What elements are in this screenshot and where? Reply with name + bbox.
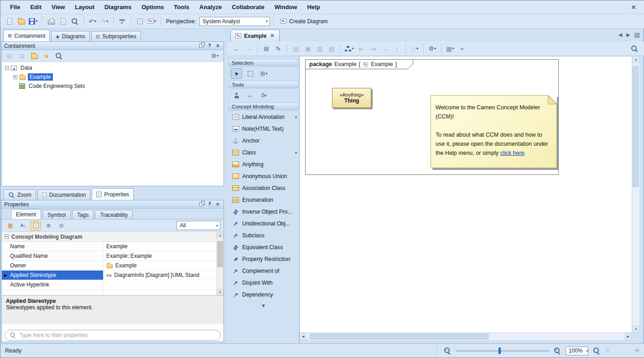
scroll-down-icon[interactable]: ▼ xyxy=(632,326,640,332)
menu-edit[interactable]: Edit xyxy=(25,2,47,12)
tab-traceability[interactable]: Traceability xyxy=(95,210,133,219)
palette-item-property-restriction[interactable]: ↠ Property Restriction xyxy=(228,253,299,265)
zoom-slider-thumb[interactable] xyxy=(499,348,501,354)
scroll-right-icon[interactable]: ▶ xyxy=(625,333,632,340)
validation-button[interactable] xyxy=(135,16,145,27)
palette-item-subclass[interactable]: ↗ Subclass xyxy=(228,230,299,241)
scroll-left-icon[interactable]: ◀ xyxy=(300,333,306,340)
grid-button[interactable]: ▦▾ xyxy=(445,43,456,54)
tab-element[interactable]: Element xyxy=(11,209,41,219)
scrollbar-thumb[interactable] xyxy=(310,333,488,339)
tab-diagrams[interactable]: ◈ Diagrams xyxy=(51,31,90,41)
sticky-tool-button[interactable] xyxy=(231,90,242,101)
property-value[interactable]: Example xyxy=(115,262,137,269)
palette-item-inverse-object-property[interactable]: ⇄ Inverse Object Pro... xyxy=(228,206,299,218)
tree-settings-button[interactable]: ⚙▾ xyxy=(209,51,220,61)
new-project-button[interactable] xyxy=(4,16,15,27)
print-button[interactable] xyxy=(46,16,57,27)
menu-tools[interactable]: Tools xyxy=(169,2,194,12)
menu-help[interactable]: Help xyxy=(302,2,325,12)
favorites-button[interactable]: ★ xyxy=(42,51,51,61)
chevron-down-icon[interactable]: ▾ xyxy=(452,46,454,51)
collapse-all-button[interactable]: ⊟ xyxy=(5,51,14,61)
align-left-button[interactable]: ⇤ xyxy=(356,43,367,54)
tab-documentation[interactable]: Documentation xyxy=(37,189,91,200)
menu-layout[interactable]: Layout xyxy=(70,2,99,12)
toolbar-overflow-button[interactable]: » xyxy=(457,43,467,54)
save-button[interactable]: ▾ xyxy=(28,16,39,27)
open-in-new-tree-button[interactable] xyxy=(30,51,39,61)
expand-expander-icon[interactable]: + xyxy=(13,75,17,79)
tab-zoom[interactable]: Zoom xyxy=(3,189,36,200)
chevron-down-icon[interactable]: ▾ xyxy=(295,115,297,119)
distribute-horizontal-button[interactable]: ↔ xyxy=(379,43,390,54)
nav-back-button[interactable]: ← xyxy=(231,43,242,54)
table-row[interactable]: Active Hyperlink xyxy=(2,280,223,290)
pin-panel-button[interactable] xyxy=(206,43,213,49)
zoom-restore-icon[interactable]: ✳ xyxy=(605,347,611,355)
palette-item-association-class[interactable]: Association Class xyxy=(228,182,299,194)
select-tool-button[interactable]: ➤ xyxy=(231,68,242,79)
tree-item-data[interactable]: − Data xyxy=(2,63,223,72)
chevron-down-icon[interactable]: ▾ xyxy=(36,19,37,23)
tab-list-icon[interactable]: ▤ xyxy=(634,31,640,38)
zoom-level-select[interactable]: 100% ▾ xyxy=(566,347,588,355)
welcome-note[interactable]: Welcome to the Cameo Concept Modeler (CC… xyxy=(431,95,557,168)
expand-properties-button[interactable]: ⊞ xyxy=(43,221,54,230)
tab-diagram-example[interactable]: Example ✕ xyxy=(230,30,280,41)
grid-select-button[interactable]: ⊞▾ xyxy=(258,68,270,79)
diagram-options-button[interactable]: ⚙▾ xyxy=(427,43,438,54)
palette-item-note-html[interactable]: Note(HTML Text) xyxy=(228,123,299,135)
palette-item-anchor[interactable]: ⚓ Anchor xyxy=(228,135,299,147)
property-value[interactable]: DiagramInfo [Diagram] [UML Stand xyxy=(114,272,199,278)
menu-analyze[interactable]: Analyze xyxy=(194,2,227,12)
close-tab-icon[interactable]: ✕ xyxy=(270,33,274,39)
chevron-down-icon[interactable]: ▾ xyxy=(352,46,353,51)
scroll-up-icon[interactable]: ▲ xyxy=(632,56,640,63)
collapse-expander-icon[interactable]: − xyxy=(5,235,9,239)
table-row-selected[interactable]: ▶Applied Stereotype «»DiagramInfo [Diagr… xyxy=(2,271,223,280)
pin-panel-button[interactable] xyxy=(206,201,213,208)
open-project-button[interactable] xyxy=(16,16,27,27)
collapse-selected-button[interactable]: ⊟ xyxy=(17,51,26,61)
nav-forward-button[interactable]: → xyxy=(243,43,254,54)
tree-item-example[interactable]: + Example xyxy=(2,72,223,82)
property-value[interactable]: Example xyxy=(106,243,128,250)
scrollbar-thumb[interactable] xyxy=(217,241,223,267)
palette-item-equivalent-class[interactable]: ⇄ Equivalent Class xyxy=(228,241,299,253)
close-panel-button[interactable]: ✕ xyxy=(214,201,221,208)
scroll-tabs-right-icon[interactable]: ▶ xyxy=(626,32,630,38)
align-right-button[interactable]: ⇥ xyxy=(368,43,379,54)
collapse-expander-icon[interactable]: − xyxy=(5,66,9,70)
chevron-down-icon[interactable]: ▾ xyxy=(265,72,267,76)
delete-button[interactable]: ▨ xyxy=(326,43,337,54)
copy-button[interactable]: ▤ xyxy=(291,43,301,54)
palette-item-complement-of[interactable]: ↗ Complement of xyxy=(228,265,299,277)
diagram-properties-button[interactable]: ✎ xyxy=(273,43,284,54)
canvas-horizontal-scrollbar[interactable]: ◀ ▶ xyxy=(300,332,632,340)
categorized-view-button[interactable]: ▦ xyxy=(5,221,16,230)
sort-tool-button[interactable]: Z▾ xyxy=(258,90,270,101)
palette-item-disjoint-with[interactable]: ↗ Disjoint With xyxy=(228,277,299,289)
find-button[interactable] xyxy=(69,16,80,27)
palette-item-dependency[interactable]: ⇢ Dependency xyxy=(228,289,299,301)
table-scrollbar[interactable]: ▲ ▼ xyxy=(216,232,223,295)
chevron-down-icon[interactable]: ▾ xyxy=(106,19,108,23)
package-frame[interactable]: package Example [ Example ] «Anything» T… xyxy=(305,59,559,175)
close-panel-button[interactable]: ✕ xyxy=(214,43,221,49)
property-value[interactable]: Example::Example xyxy=(106,253,152,259)
print-preview-button[interactable] xyxy=(57,16,68,27)
menu-file[interactable]: File xyxy=(5,2,25,12)
palette-item-anything[interactable]: Anything xyxy=(228,159,299,170)
palette-item-literal-annotation[interactable]: Literal Annotation ▾ xyxy=(228,111,299,123)
scroll-up-icon[interactable]: ▲ xyxy=(217,232,223,238)
collapse-properties-button[interactable]: ⊟ xyxy=(56,221,67,230)
search-in-diagram-button[interactable] xyxy=(629,43,640,54)
zoom-out-icon[interactable]: − xyxy=(444,347,451,354)
show-in-containment-button[interactable]: ⊞ xyxy=(261,43,272,54)
property-filter-select[interactable]: All ▾ xyxy=(177,221,220,230)
chevron-down-icon[interactable]: ▾ xyxy=(154,19,156,23)
marquee-select-button[interactable] xyxy=(244,68,256,79)
swimlane-tool-button[interactable]: ⇔ xyxy=(244,90,256,101)
scrollbar-thumb[interactable] xyxy=(633,66,639,187)
